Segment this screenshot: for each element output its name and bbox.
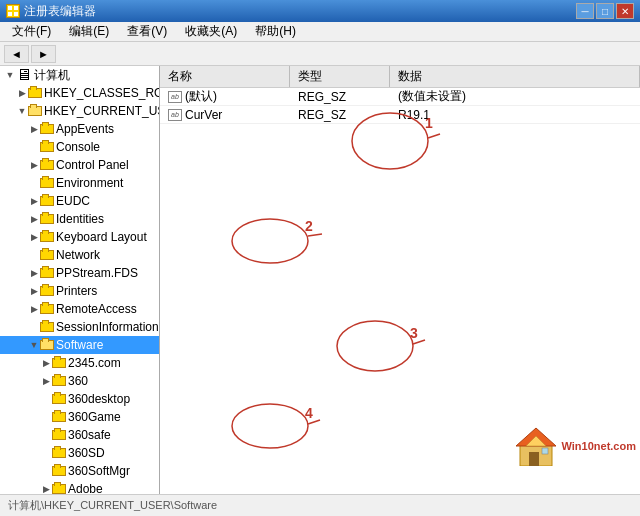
tree-item-adobe[interactable]: ▶ Adobe <box>0 480 159 494</box>
status-text: 计算机\HKEY_CURRENT_USER\Software <box>8 498 217 513</box>
maximize-button[interactable]: □ <box>596 3 614 19</box>
tree-item-software[interactable]: ▼ Software <box>0 336 159 354</box>
folder-icon <box>52 358 66 368</box>
app-icon <box>6 4 20 18</box>
tree-item-360softmgr[interactable]: 360SoftMgr <box>0 462 159 480</box>
toggle-icon: ▶ <box>28 303 40 315</box>
tree-item-360desktop[interactable]: 360desktop <box>0 390 159 408</box>
tree-item-network[interactable]: Network <box>0 246 159 264</box>
col-name[interactable]: 名称 <box>160 66 290 87</box>
toggle-icon: ▶ <box>28 285 40 297</box>
menu-view[interactable]: 查看(V) <box>119 21 175 42</box>
tree-label: Network <box>56 248 100 262</box>
back-button[interactable]: ◄ <box>4 45 29 63</box>
tree-label: 计算机 <box>34 67 70 84</box>
toggle-icon: ▼ <box>16 105 28 117</box>
value-data: (数值未设置) <box>390 88 640 105</box>
tree-item-hkcu[interactable]: ▼ HKEY_CURRENT_USER <box>0 102 159 120</box>
tree-label: AppEvents <box>56 122 114 136</box>
tree-item-2345[interactable]: ▶ 2345.com <box>0 354 159 372</box>
folder-icon <box>40 286 54 296</box>
folder-icon <box>52 484 66 494</box>
table-row[interactable]: ab (默认) REG_SZ (数值未设置) <box>160 88 640 106</box>
tree-item-360game[interactable]: 360Game <box>0 408 159 426</box>
tree-item-360[interactable]: ▶ 360 <box>0 372 159 390</box>
tree-label: 360SoftMgr <box>68 464 130 478</box>
value-type: REG_SZ <box>290 106 390 123</box>
tree-item-sessioninfo[interactable]: SessionInformation <box>0 318 159 336</box>
svg-rect-1 <box>14 6 18 10</box>
toggle-icon <box>40 411 52 423</box>
folder-icon <box>40 214 54 224</box>
toggle-icon: ▶ <box>40 375 52 387</box>
toggle-icon: ▶ <box>28 213 40 225</box>
tree-label: SessionInformation <box>56 320 159 334</box>
tree-label: Control Panel <box>56 158 129 172</box>
value-name: ab (默认) <box>160 88 290 105</box>
table-row[interactable]: ab CurVer REG_SZ R19.1 <box>160 106 640 124</box>
folder-icon <box>28 88 42 98</box>
tree-label: 360desktop <box>68 392 130 406</box>
tree-item-ppstream[interactable]: ▶ PPStream.FDS <box>0 264 159 282</box>
tree-label: HKEY_CURRENT_USER <box>44 104 160 118</box>
tree-item-hkcr[interactable]: ▶ HKEY_CLASSES_ROOT <box>0 84 159 102</box>
tree-label: Identities <box>56 212 104 226</box>
watermark-house-icon <box>514 426 558 466</box>
col-data[interactable]: 数据 <box>390 66 640 87</box>
folder-open-icon <box>40 340 54 350</box>
minimize-button[interactable]: ─ <box>576 3 594 19</box>
tree-item-controlpanel[interactable]: ▶ Control Panel <box>0 156 159 174</box>
menu-favorites[interactable]: 收藏夹(A) <box>177 21 245 42</box>
tree-item-keyboardlayout[interactable]: ▶ Keyboard Layout <box>0 228 159 246</box>
menu-edit[interactable]: 编辑(E) <box>61 21 117 42</box>
title-bar: 注册表编辑器 ─ □ ✕ <box>0 0 640 22</box>
menu-help[interactable]: 帮助(H) <box>247 21 304 42</box>
tree-item-eudc[interactable]: ▶ EUDC <box>0 192 159 210</box>
col-type[interactable]: 类型 <box>290 66 390 87</box>
watermark: Win10net.com <box>514 426 636 466</box>
value-data: R19.1 <box>390 106 640 123</box>
tree-item-360safe[interactable]: 360safe <box>0 426 159 444</box>
tree-label: 360Game <box>68 410 121 424</box>
tree-label: Adobe <box>68 482 103 494</box>
folder-open-icon <box>28 106 42 116</box>
tree-item-identities[interactable]: ▶ Identities <box>0 210 159 228</box>
watermark-text: Win10net.com <box>562 440 636 452</box>
toggle-icon: ▶ <box>16 87 28 99</box>
tree-item-printers[interactable]: ▶ Printers <box>0 282 159 300</box>
toggle-icon <box>40 465 52 477</box>
folder-icon <box>40 142 54 152</box>
menu-bar: 文件(F) 编辑(E) 查看(V) 收藏夹(A) 帮助(H) <box>0 22 640 42</box>
close-button[interactable]: ✕ <box>616 3 634 19</box>
folder-icon <box>40 268 54 278</box>
toggle-icon: ▶ <box>28 267 40 279</box>
toggle-icon <box>28 177 40 189</box>
folder-icon <box>40 250 54 260</box>
folder-icon <box>40 304 54 314</box>
toggle-icon: ▶ <box>28 195 40 207</box>
tree-label: 360safe <box>68 428 111 442</box>
forward-button[interactable]: ► <box>31 45 56 63</box>
tree-item-360sd[interactable]: 360SD <box>0 444 159 462</box>
tree-label: PPStream.FDS <box>56 266 138 280</box>
tree-label: Keyboard Layout <box>56 230 147 244</box>
folder-icon <box>52 448 66 458</box>
tree-label: HKEY_CLASSES_ROOT <box>44 86 160 100</box>
folder-icon <box>52 430 66 440</box>
tree-item-console[interactable]: Console <box>0 138 159 156</box>
tree-item-environment[interactable]: Environment <box>0 174 159 192</box>
svg-rect-0 <box>8 6 12 10</box>
svg-rect-2 <box>8 12 12 16</box>
tree-label: 360SD <box>68 446 105 460</box>
menu-file[interactable]: 文件(F) <box>4 21 59 42</box>
registry-tree[interactable]: ▼ 🖥 计算机 ▶ HKEY_CLASSES_ROOT ▼ HKEY_CURRE… <box>0 66 160 494</box>
tree-item-remoteaccess[interactable]: ▶ RemoteAccess <box>0 300 159 318</box>
toggle-icon <box>28 249 40 261</box>
title-text: 注册表编辑器 <box>24 3 572 20</box>
tree-item-appevents[interactable]: ▶ AppEvents <box>0 120 159 138</box>
tree-label: RemoteAccess <box>56 302 137 316</box>
toggle-icon: ▼ <box>28 339 40 351</box>
tree-item-computer[interactable]: ▼ 🖥 计算机 <box>0 66 159 84</box>
svg-rect-17 <box>529 452 539 466</box>
toggle-icon <box>40 393 52 405</box>
